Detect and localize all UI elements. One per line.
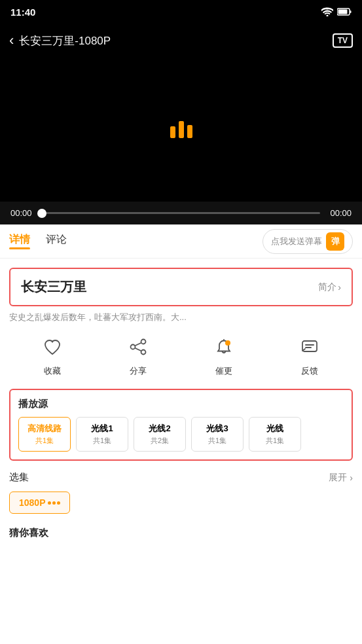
danmu-button[interactable]: 点我发送弹幕 弹 xyxy=(262,229,353,254)
status-icons xyxy=(321,7,352,16)
tabs-row: 详情 评论 点我发送弹幕 弹 xyxy=(0,224,362,259)
back-button[interactable]: ‹ xyxy=(9,33,14,48)
share-icon xyxy=(124,332,153,361)
svg-rect-2 xyxy=(338,10,348,14)
selection-label: 选集 xyxy=(9,471,29,484)
source-item-2[interactable]: 光线2 共2集 xyxy=(134,417,186,452)
share-label: 分享 xyxy=(130,365,147,377)
progress-thumb[interactable] xyxy=(37,209,46,218)
total-time: 00:00 xyxy=(327,208,352,218)
dot-1 xyxy=(48,501,51,505)
chevron-expand-icon: › xyxy=(350,473,353,483)
source-count-4: 共1集 xyxy=(256,436,294,446)
source-name-2: 光线2 xyxy=(141,423,179,435)
actions-row: 收藏 分享 xyxy=(9,332,353,377)
dot-2 xyxy=(52,501,56,505)
movie-title: 长安三万里 xyxy=(21,278,86,296)
status-bar: 11:40 xyxy=(0,0,362,24)
content-area: 长安三万里 简介 › 安史之乱爆发后数年，吐蕃大军攻打西南。大... 收藏 xyxy=(0,268,362,539)
source-item-4[interactable]: 光线 共1集 xyxy=(249,417,301,452)
source-name-1: 光线1 xyxy=(83,423,121,435)
source-box: 播放源 高清线路 共1集 光线1 共1集 光线2 共2集 光线3 共1集 光线 … xyxy=(9,389,353,461)
quality-dots xyxy=(48,501,60,505)
svg-line-6 xyxy=(135,343,141,346)
source-count-3: 共1集 xyxy=(198,436,236,446)
svg-point-8 xyxy=(225,340,230,346)
quality-list: 1080P xyxy=(9,492,353,514)
heart-icon xyxy=(38,332,67,361)
danmu-placeholder: 点我发送弹幕 xyxy=(271,236,322,247)
source-name-4: 光线 xyxy=(256,423,294,435)
source-count-0: 共1集 xyxy=(26,436,63,446)
recommend-title: 猜你喜欢 xyxy=(9,527,353,539)
movie-title-box: 长安三万里 简介 › xyxy=(9,268,353,306)
svg-rect-11 xyxy=(305,344,314,346)
remind-label: 催更 xyxy=(215,365,232,377)
source-title: 播放源 xyxy=(18,398,344,410)
chevron-right-icon: › xyxy=(338,282,341,293)
expand-button[interactable]: 展开 › xyxy=(329,472,353,484)
jianjie-link[interactable]: 简介 › xyxy=(318,281,341,293)
progress-area: 00:00 00:00 xyxy=(0,202,362,224)
source-item-hd[interactable]: 高清线路 共1集 xyxy=(18,417,71,452)
collect-label: 收藏 xyxy=(44,365,61,377)
danmu-icon: 弹 xyxy=(326,232,344,251)
action-feedback[interactable]: 反馈 xyxy=(295,332,324,377)
source-list: 高清线路 共1集 光线1 共1集 光线2 共2集 光线3 共1集 光线 共1集 xyxy=(18,417,344,452)
tv-icon[interactable]: TV xyxy=(333,33,353,48)
tab-details[interactable]: 详情 xyxy=(9,233,30,249)
svg-point-3 xyxy=(141,340,145,344)
quality-1080p[interactable]: 1080P xyxy=(9,492,70,514)
source-item-1[interactable]: 光线1 共1集 xyxy=(76,417,128,452)
svg-point-5 xyxy=(141,350,145,355)
status-time: 11:40 xyxy=(10,7,35,18)
action-remind[interactable]: 催更 xyxy=(209,332,238,377)
source-count-1: 共1集 xyxy=(83,436,121,446)
feedback-icon xyxy=(295,332,324,361)
current-time: 00:00 xyxy=(10,208,35,218)
dot-3 xyxy=(57,501,60,505)
action-collect[interactable]: 收藏 xyxy=(38,332,67,377)
bell-icon xyxy=(209,332,238,361)
movie-description: 安史之乱爆发后数年，吐蕃大军攻打西南。大... xyxy=(9,312,353,323)
svg-point-4 xyxy=(130,345,135,349)
source-name-0: 高清线路 xyxy=(26,423,63,435)
recommend-section: 猜你喜欢 xyxy=(9,527,353,539)
source-item-3[interactable]: 光线3 共1集 xyxy=(191,417,244,452)
title-bar: ‹ 长安三万里-1080P TV xyxy=(0,24,362,58)
tab-comments[interactable]: 评论 xyxy=(46,233,67,249)
selection-row: 选集 展开 › xyxy=(9,471,353,484)
svg-rect-1 xyxy=(350,10,352,13)
svg-rect-12 xyxy=(305,347,312,348)
action-share[interactable]: 分享 xyxy=(124,332,153,377)
battery-icon xyxy=(337,8,352,16)
loading-indicator xyxy=(170,121,192,138)
source-name-3: 光线3 xyxy=(198,423,236,435)
source-count-2: 共2集 xyxy=(141,436,179,446)
wifi-icon xyxy=(321,7,333,16)
feedback-label: 反馈 xyxy=(301,365,318,377)
video-player[interactable] xyxy=(0,58,362,202)
quality-label: 1080P xyxy=(19,497,45,508)
video-title: 长安三万里-1080P xyxy=(19,33,111,48)
title-bar-left: ‹ 长安三万里-1080P xyxy=(9,33,111,48)
svg-line-7 xyxy=(135,348,141,351)
progress-bar[interactable] xyxy=(42,212,320,214)
